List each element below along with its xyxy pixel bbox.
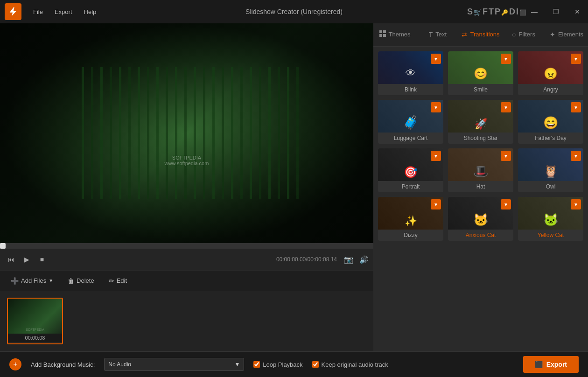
main-area: SOFTPEDIA www.softpedia.com ⏮ ▶ ■ 00:00:… [0, 23, 588, 351]
loop-playback-checkbox[interactable] [253, 361, 260, 368]
volume-icon[interactable]: 🔊 [359, 255, 369, 264]
tab-themes[interactable]: Themes [373, 23, 416, 46]
minimize-button[interactable]: — [524, 0, 545, 23]
tab-text[interactable]: T Text [416, 23, 459, 46]
filter-dizzy-thumb: ▼ ✨ [378, 197, 443, 230]
screenshot-icon[interactable]: 📷 [344, 255, 353, 264]
smile-download-btn[interactable]: ▼ [501, 54, 511, 64]
anxious-download-btn[interactable]: ▼ [501, 199, 511, 209]
owl-download-btn[interactable]: ▼ [571, 151, 581, 161]
timeline-thumb [8, 299, 62, 334]
restore-button[interactable]: ❐ [545, 0, 567, 23]
text-icon: T [429, 31, 433, 38]
dizzy-download-btn[interactable]: ▼ [431, 199, 441, 209]
filters-icon: ○ [512, 31, 516, 38]
filter-hat[interactable]: ▼ 🎩 Hat [448, 148, 513, 192]
hat-download-btn[interactable]: ▼ [501, 151, 511, 161]
left-panel: SOFTPEDIA www.softpedia.com ⏮ ▶ ■ 00:00:… [0, 23, 373, 351]
filter-angry-thumb: ▼ 😠 [518, 51, 583, 84]
blink-download-btn[interactable]: ▼ [431, 54, 441, 64]
filter-angry[interactable]: ▼ 😠 Angry [518, 51, 583, 95]
elements-icon: ✦ [550, 31, 555, 38]
music-dropdown-value: No Audio [108, 361, 131, 368]
window-title: Slideshow Creator (Unregistered) [245, 8, 343, 15]
filter-anxious-cat[interactable]: ▼ 🐱 Anxious Cat [448, 197, 513, 241]
add-files-button[interactable]: ➕ Add Files ▼ [7, 275, 57, 286]
logo-icon [8, 7, 18, 17]
filter-shooting-star[interactable]: ▼ 🚀 Shooting Star [448, 100, 513, 144]
filter-dizzy-label: Dizzy [378, 230, 443, 241]
fathersday-download-btn[interactable]: ▼ [571, 102, 581, 112]
tab-filters[interactable]: ○ Filters [502, 23, 545, 46]
step-back-button[interactable]: ⏮ [5, 253, 18, 266]
filter-portrait-thumb: ▼ 🎯 [378, 148, 443, 181]
delete-button[interactable]: 🗑 Delete [64, 275, 98, 286]
brand-watermark: S🛒FTP🔑DI⬛ [467, 7, 527, 17]
filter-anxious-thumb: ▼ 🐱 [448, 197, 513, 230]
progress-area[interactable] [0, 243, 373, 249]
filter-luggage-cart[interactable]: ▼ 🧳 Luggage Cart [378, 100, 443, 144]
themes-icon [379, 30, 386, 38]
play-button[interactable]: ▶ [20, 253, 33, 266]
filter-shooting-thumb: ▼ 🚀 [448, 100, 513, 133]
portrait-download-btn[interactable]: ▼ [431, 151, 441, 161]
timeline-item[interactable]: 00:00:08 [7, 298, 63, 344]
filter-yellow-cat[interactable]: ▼ 🐱 Yellow Cat [518, 197, 583, 241]
bottom-bar: + Add Background Music: No Audio ▼ Loop … [0, 351, 588, 377]
time-display: 00:00:00.00/00:00:08.14 [276, 256, 337, 263]
loop-playback-group[interactable]: Loop Playback [253, 361, 302, 368]
export-icon: ⬛ [535, 361, 543, 368]
filter-portrait[interactable]: ▼ 🎯 Portrait [378, 148, 443, 192]
shooting-download-btn[interactable]: ▼ [501, 102, 511, 112]
tab-transitions-label: Transitions [470, 31, 499, 38]
menu-bar: File Export Help [28, 7, 101, 17]
keep-audio-label: Keep original audio track [322, 361, 388, 368]
filter-angry-label: Angry [518, 84, 583, 95]
menu-help[interactable]: Help [79, 7, 101, 17]
stop-button[interactable]: ■ [35, 253, 49, 266]
tab-text-label: Text [435, 31, 447, 38]
filter-smile-label: Smile [448, 84, 513, 95]
tab-elements[interactable]: ✦ Elements [545, 23, 588, 46]
luggage-download-btn[interactable]: ▼ [431, 102, 441, 112]
keep-audio-checkbox[interactable] [312, 361, 319, 368]
export-button[interactable]: ⬛ Export [523, 356, 579, 373]
timeline-duration: 00:00:08 [8, 334, 62, 342]
filter-blink-thumb: ▼ 👁 [378, 51, 443, 84]
filter-yellow-label: Yellow Cat [518, 230, 583, 241]
angry-download-btn[interactable]: ▼ [571, 54, 581, 64]
file-controls: ➕ Add Files ▼ 🗑 Delete ✏ Edit [0, 270, 373, 291]
app-logo [5, 3, 21, 20]
yellow-download-btn[interactable]: ▼ [571, 199, 581, 209]
filter-blink-label: Blink [378, 84, 443, 95]
video-watermark: SOFTPEDIA www.softpedia.com [165, 155, 209, 166]
edit-icon: ✏ [109, 277, 114, 285]
add-music-button[interactable]: + [9, 358, 21, 370]
menu-export[interactable]: Export [50, 7, 77, 17]
edit-button[interactable]: ✏ Edit [105, 275, 131, 286]
keep-audio-group[interactable]: Keep original audio track [312, 361, 388, 368]
delete-icon: 🗑 [68, 277, 74, 285]
svg-rect-1 [383, 30, 386, 33]
filter-hat-label: Hat [448, 181, 513, 192]
filter-dizzy[interactable]: ▼ ✨ Dizzy [378, 197, 443, 241]
filter-portrait-label: Portrait [378, 181, 443, 192]
music-dropdown[interactable]: No Audio ▼ [104, 358, 244, 371]
timeline-area: 00:00:08 [0, 291, 373, 351]
progress-bar [0, 243, 373, 249]
svg-rect-2 [379, 34, 382, 37]
close-button[interactable]: ✕ [567, 0, 588, 23]
transitions-icon: ⇄ [462, 31, 467, 38]
filter-blink[interactable]: ▼ 👁 Blink [378, 51, 443, 95]
filter-fathers-day[interactable]: ▼ 😄 Father's Day [518, 100, 583, 144]
filter-owl[interactable]: ▼ 🦉 Owl [518, 148, 583, 192]
filter-smile[interactable]: ▼ 😊 Smile [448, 51, 513, 95]
loop-playback-label: Loop Playback [263, 361, 302, 368]
window-controls: — ❐ ✕ [524, 0, 588, 23]
filter-anxious-label: Anxious Cat [448, 230, 513, 241]
tab-transitions[interactable]: ⇄ Transitions [459, 23, 502, 46]
filter-fathersday-thumb: ▼ 😄 [518, 100, 583, 133]
menu-file[interactable]: File [28, 7, 48, 17]
export-label: Export [546, 361, 567, 368]
svg-rect-0 [379, 30, 382, 33]
